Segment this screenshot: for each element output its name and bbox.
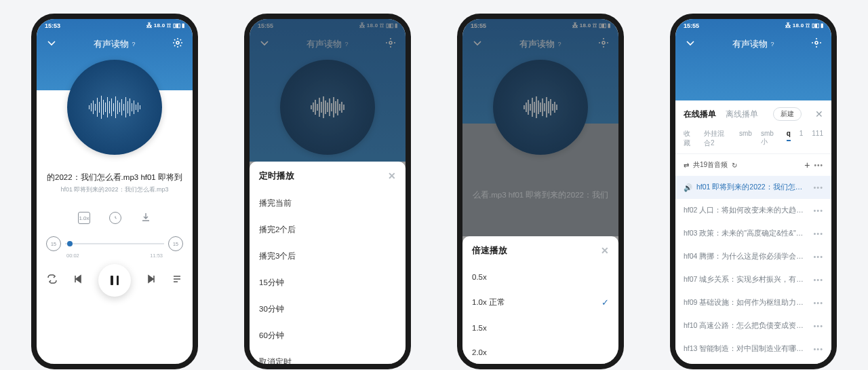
gear-icon[interactable]	[385, 37, 396, 51]
cat-tab[interactable]: 外挂混合2	[704, 129, 730, 148]
next-track-button[interactable]	[146, 274, 157, 287]
speed-option[interactable]: 1.0x 正常✓	[462, 289, 618, 316]
svg-point-1	[389, 41, 392, 44]
status-icons: ⁂ 18.0 ⟟⟟ ▯◧▮	[146, 22, 184, 29]
status-icons: ⁂ 18.0 ⟟⟟ ▯◧▮	[785, 22, 823, 29]
timer-option[interactable]: 30分钟	[250, 296, 406, 322]
check-icon: ✓	[601, 297, 609, 308]
playlist-item[interactable]: hf13 智能制造：对中国制造业有哪些好...•••	[675, 337, 831, 360]
item-more-icon[interactable]: •••	[813, 229, 823, 238]
more-icon[interactable]: •••	[814, 162, 823, 169]
album-art	[67, 60, 162, 155]
cat-tab[interactable]: q	[787, 130, 791, 141]
phone-player: 15:53 ⁂ 18.0 ⟟⟟ ▯◧▮ 有声读物 ?	[31, 14, 198, 369]
repeat-button[interactable]	[47, 274, 58, 287]
speed-option[interactable]: 0.5x	[462, 265, 618, 289]
album-art	[280, 60, 375, 155]
cat-tab[interactable]: 1	[800, 130, 804, 137]
cat-tab[interactable]: 111	[812, 130, 823, 137]
page-title: 有声读物	[519, 38, 555, 50]
page-title: 有声读物	[94, 38, 129, 50]
progress-slider[interactable]	[65, 243, 164, 244]
forward-15-button[interactable]: 15	[168, 236, 183, 251]
timer-option[interactable]: 60分钟	[250, 322, 406, 349]
download-button[interactable]	[140, 212, 151, 225]
item-more-icon[interactable]: •••	[813, 299, 823, 307]
phone-speed-sheet: 15:55⁂ 18.0 ⟟⟟ ▯◧▮ 有声读物? 么看.mp3 hf01 即将到…	[457, 14, 624, 369]
playlist-item[interactable]: hf02 人口：将如何改变未来的大趋势? ...•••	[675, 199, 831, 222]
nav-bar: 有声读物 ?	[37, 33, 193, 56]
speed-option[interactable]: 2.0x	[462, 340, 618, 364]
playlist-item[interactable]: hf10 高速公路：怎么把负债变成资产? ...•••	[675, 314, 831, 337]
gear-icon[interactable]	[172, 37, 183, 51]
timer-sheet: 定时播放 ✕ 播完当前 播完2个后 播完3个后 15分钟 30分钟 60分钟 取…	[250, 162, 406, 364]
track-title: 的2022：我们怎么看.mp3 hf01 即将到	[37, 162, 193, 185]
help-icon[interactable]: ?	[770, 41, 774, 48]
track-subtitle: hf01 即将到来的2022：我们怎么看.mp3	[37, 185, 193, 194]
playlist-item[interactable]: hf04 腾挪：为什么这是你必须学会的生...•••	[675, 245, 831, 268]
close-icon[interactable]: ✕	[388, 170, 396, 181]
timer-button[interactable]	[109, 212, 121, 224]
close-icon[interactable]: ✕	[811, 109, 823, 119]
sheet-title: 定时播放	[259, 170, 294, 182]
help-icon[interactable]: ?	[132, 41, 135, 48]
new-playlist-button[interactable]: 新建	[773, 107, 802, 121]
chevron-down-icon[interactable]	[46, 37, 57, 51]
page-title: 有声读物	[307, 38, 342, 50]
help-icon[interactable]: ?	[557, 41, 561, 48]
playlist-item[interactable]: hf03 政策：未来的"高度确定&性&"在哪...•••	[675, 222, 831, 245]
album-art	[493, 60, 588, 155]
item-more-icon[interactable]: •••	[813, 206, 823, 215]
playlist-item[interactable]: 🔊 hf01 即将到来的2022：我们怎么看... •••	[675, 176, 831, 199]
gear-icon[interactable]	[811, 37, 822, 51]
item-more-icon[interactable]: •••	[813, 322, 823, 330]
timer-option[interactable]: 取消定时	[250, 349, 406, 364]
status-icons: ⁂ 18.0 ⟟⟟ ▯◧▮	[359, 22, 397, 29]
chevron-down-icon[interactable]	[259, 37, 270, 51]
chevron-down-icon[interactable]	[472, 37, 483, 51]
pause-icon	[111, 276, 119, 285]
chevron-down-icon[interactable]	[685, 37, 696, 51]
status-time: 15:55	[258, 22, 273, 29]
gear-icon[interactable]	[598, 37, 609, 51]
waveform-icon	[89, 95, 140, 119]
timer-option[interactable]: 播完当前	[250, 190, 406, 217]
cat-tab[interactable]: smb	[739, 130, 752, 137]
item-more-icon[interactable]: •••	[813, 253, 823, 261]
tab-online[interactable]: 在线播单	[684, 109, 716, 120]
prev-track-button[interactable]	[73, 274, 83, 287]
status-icons: ⁂ 18.0 ⟟⟟ ▯◧▮	[572, 22, 610, 29]
speed-button[interactable]: 1.0x	[78, 212, 90, 224]
status-time: 15:55	[684, 22, 699, 29]
rewind-15-button[interactable]: 15	[46, 236, 61, 251]
refresh-icon[interactable]: ↻	[732, 162, 737, 169]
add-button[interactable]: +	[804, 160, 810, 170]
svg-point-0	[176, 41, 179, 44]
speed-option[interactable]: 1.5x	[462, 316, 618, 340]
timer-option[interactable]: 播完2个后	[250, 217, 406, 243]
svg-point-3	[815, 41, 818, 44]
item-more-icon[interactable]: •••	[813, 276, 823, 284]
phone-playlist: 15:55⁂ 18.0 ⟟⟟ ▯◧▮ 有声读物? 在线播单 离线播单 新建 ✕ …	[670, 14, 837, 369]
timer-option[interactable]: 15分钟	[250, 270, 406, 296]
item-more-icon[interactable]: •••	[813, 183, 823, 191]
tab-offline[interactable]: 离线播单	[726, 109, 758, 120]
item-more-icon[interactable]: •••	[813, 345, 823, 353]
timer-option[interactable]: 播完3个后	[250, 243, 406, 270]
close-icon[interactable]: ✕	[601, 245, 609, 256]
speed-sheet: 倍速播放 ✕ 0.5x 1.0x 正常✓ 1.5x 2.0x	[462, 236, 618, 364]
play-pause-button[interactable]	[98, 264, 131, 297]
track-title: 么看.mp3 hf01 即将到来的2022：我们	[462, 155, 618, 200]
status-time: 15:55	[471, 22, 486, 29]
speaker-icon: 🔊	[684, 183, 692, 192]
playlist-button[interactable]	[172, 274, 182, 287]
playlist-item[interactable]: hf07 城乡关系：实现乡村振兴，有什么...•••	[675, 268, 831, 291]
status-bar: 15:53 ⁂ 18.0 ⟟⟟ ▯◧▮	[37, 19, 193, 33]
help-icon[interactable]: ?	[344, 41, 348, 48]
cat-tab[interactable]: 收藏	[684, 129, 695, 148]
category-tabs: 收藏 外挂混合2 smb smb小 q 1 111	[675, 126, 831, 154]
shuffle-icon[interactable]: ⇄	[684, 162, 689, 169]
playlist-item[interactable]: hf09 基础设施：如何作为枢纽助力城乡...•••	[675, 291, 831, 314]
svg-point-2	[602, 41, 605, 44]
cat-tab[interactable]: smb小	[761, 130, 778, 147]
